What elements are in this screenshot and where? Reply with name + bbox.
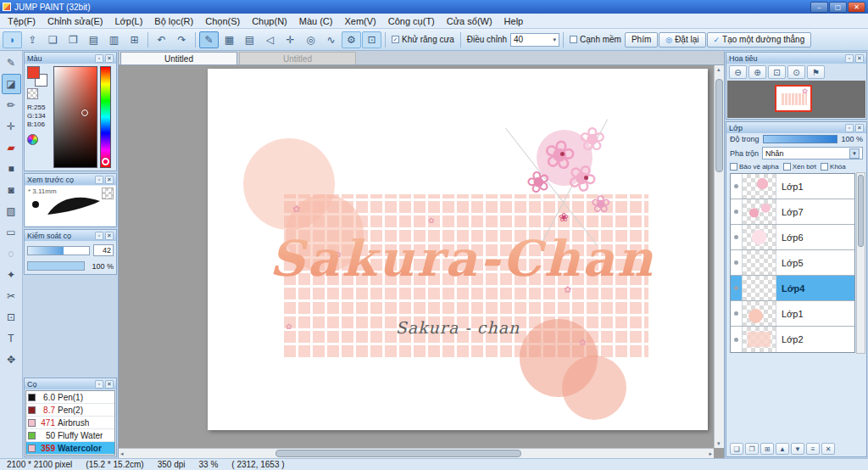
brush-item-pen1[interactable]: 6.0 Pen(1) [26, 391, 114, 404]
visibility-dot-icon[interactable] [731, 327, 743, 352]
gear-icon[interactable]: ⚙ [342, 31, 361, 48]
popout-icon[interactable]: ▫ [95, 176, 103, 184]
horizontal-scrollbar[interactable]: ◂ ▸ [119, 448, 714, 458]
vertical-scrollbar[interactable]: ▴ ▾ [714, 65, 724, 448]
pencil-tool-icon[interactable]: ✏ [2, 95, 21, 115]
soft-edge-checkbox[interactable]: Cạnh mềm [567, 35, 624, 44]
color-wheel-icon[interactable] [27, 134, 38, 145]
zoom-out-icon[interactable]: ⊖ [729, 65, 747, 79]
text-tool-icon[interactable]: T [2, 328, 21, 349]
foreground-color-swatch[interactable] [27, 66, 40, 79]
brush-tool-icon[interactable]: ✎ [199, 31, 219, 48]
antialias-checkbox[interactable]: ✓ Khử răng cưa [389, 35, 457, 44]
move-tool-icon[interactable]: ✛ [2, 116, 21, 137]
key-button[interactable]: Phím [625, 32, 658, 48]
new-layer-icon[interactable]: ❏ [730, 443, 743, 455]
move-layer-down-icon[interactable]: ▼ [791, 443, 804, 455]
grid-tool-icon[interactable]: ▦ [220, 31, 239, 48]
close-icon[interactable]: ✕ [105, 232, 114, 240]
lock-checkbox[interactable]: Khóa [821, 163, 846, 171]
red-brush-tool-icon[interactable]: ▰ [2, 137, 21, 158]
merge-layer-icon[interactable]: ≡ [806, 443, 820, 455]
straight-line-button[interactable]: ✓ Tạo một đường thẳng [707, 32, 812, 48]
menu-view[interactable]: Xem(V) [338, 15, 381, 27]
adjust-spinner[interactable]: 40 ▾ [510, 33, 559, 47]
menu-color[interactable]: Màu (C) [293, 15, 339, 27]
menu-filter[interactable]: Bộ lọc(R) [148, 15, 199, 27]
layer-row[interactable]: Lớp7 [731, 199, 854, 225]
brush-item-pen2[interactable]: 8.7 Pen(2) [26, 404, 114, 417]
navigator-thumbnail[interactable]: ✿ [775, 85, 812, 112]
blend-mode-select[interactable]: Nhân ▾ [762, 147, 863, 159]
layer-row[interactable]: Lớp6 [731, 225, 854, 250]
scissors-tool-icon[interactable]: ✂ [2, 286, 21, 306]
maximize-button[interactable]: ▢ [829, 2, 847, 13]
visibility-dot-icon[interactable] [731, 225, 743, 249]
zoom-actual-icon[interactable]: ⊙ [787, 65, 805, 79]
close-icon[interactable]: ✕ [855, 124, 864, 132]
brush-item-watercolor[interactable]: 359 Watercolor [26, 442, 114, 455]
popout-icon[interactable]: ▫ [95, 380, 103, 389]
visibility-dot-icon[interactable] [731, 174, 743, 199]
layer-row-selected[interactable]: Lớp4 [731, 276, 854, 301]
close-icon[interactable]: ✕ [105, 380, 114, 389]
snap-tool-icon[interactable]: ⊡ [362, 31, 381, 48]
layer-scrollbar[interactable] [856, 172, 865, 354]
flag-icon[interactable]: ⚑ [807, 65, 825, 79]
duplicate-layer-icon[interactable]: ❐ [745, 443, 759, 455]
magic-wand-tool-icon[interactable]: ✦ [2, 265, 21, 285]
close-icon[interactable]: ✕ [105, 54, 114, 63]
chat-icon[interactable]: ❐ [64, 31, 83, 48]
brush-item-fluffy-water[interactable]: 50 Fluffy Water [26, 429, 114, 442]
fill-tool-icon[interactable]: ◙ [2, 180, 21, 200]
scroll-down-icon[interactable]: ▾ [717, 440, 721, 447]
brush-size-slider[interactable] [27, 246, 90, 255]
brush-size-value-box[interactable]: 42 [93, 244, 114, 256]
stamp-tool-icon[interactable]: ⊡ [2, 307, 21, 327]
vertical-scroll-thumb[interactable] [715, 79, 723, 172]
workspace-icon[interactable]: ⊞ [125, 31, 144, 48]
transparent-swatch[interactable] [27, 88, 38, 99]
zoom-fit-icon[interactable]: ⊡ [768, 65, 786, 79]
visibility-dot-icon[interactable] [731, 301, 743, 326]
horizontal-scroll-thumb[interactable] [275, 450, 521, 457]
circle-tool-icon[interactable]: ◎ [301, 31, 320, 48]
eraser-tool-icon[interactable]: ◪ [2, 74, 21, 94]
pen-tool-icon[interactable]: ✎ [2, 53, 21, 73]
hue-slider[interactable] [100, 66, 111, 168]
navigator-preview-area[interactable]: ✿ [727, 81, 865, 118]
panel-layout-1-icon[interactable]: ▤ [84, 31, 103, 48]
lasso-tool-icon[interactable]: ◌ [2, 243, 21, 264]
canvas-viewport[interactable]: ❀ ❀ ❀ ❀ ❀ ❀ ✿ ✿ ✿ ✿ ✿ ✿ Sakura-Chan Saku… [119, 65, 724, 458]
layer-row[interactable]: Lớp5 [731, 250, 854, 276]
gradient-tool-icon[interactable]: ▧ [2, 201, 21, 221]
menu-file[interactable]: Tệp(F) [2, 15, 42, 27]
menu-window[interactable]: Cửa sổ(W) [441, 15, 498, 27]
tab-untitled-2[interactable]: Untitled [239, 52, 356, 64]
minimize-button[interactable]: – [810, 2, 828, 13]
arrow-tool-icon[interactable]: ◁ [260, 31, 280, 48]
cross-tool-icon[interactable]: ✛ [281, 31, 300, 48]
layer-scroll-thumb[interactable] [858, 175, 864, 247]
scroll-right-icon[interactable]: ▸ [709, 450, 712, 457]
lines-tool-icon[interactable]: ▤ [240, 31, 259, 48]
comment-icon[interactable]: ❏ [43, 31, 63, 48]
clipping-checkbox[interactable]: Xén bớt [783, 163, 816, 171]
layer-row[interactable]: Lớp1 [731, 301, 854, 327]
canvas-page[interactable]: ❀ ❀ ❀ ❀ ❀ ❀ ✿ ✿ ✿ ✿ ✿ ✿ Sakura-Chan Saku… [208, 69, 708, 430]
menu-select[interactable]: Chọn(S) [199, 15, 246, 27]
layer-row[interactable]: Lớp1 [731, 174, 854, 199]
menu-edit[interactable]: Chỉnh sửa(E) [42, 15, 108, 27]
panel-layout-2-icon[interactable]: ▥ [104, 31, 124, 48]
fg-bg-swatches[interactable] [27, 66, 47, 87]
export-icon[interactable]: ⇪ [23, 31, 42, 48]
delete-layer-icon[interactable]: ✕ [821, 443, 835, 455]
close-icon[interactable]: ✕ [855, 54, 864, 63]
visibility-dot-icon[interactable] [731, 199, 743, 224]
select-rect-tool-icon[interactable]: ▭ [2, 222, 21, 243]
tab-untitled-1[interactable]: Untitled [120, 52, 237, 64]
brush-item-airbrush[interactable]: 471 Airbrush [26, 417, 114, 429]
zoom-in-icon[interactable]: ⊕ [748, 65, 766, 79]
visibility-dot-icon[interactable] [731, 276, 743, 300]
menu-layer[interactable]: Lớp(L) [108, 15, 148, 27]
